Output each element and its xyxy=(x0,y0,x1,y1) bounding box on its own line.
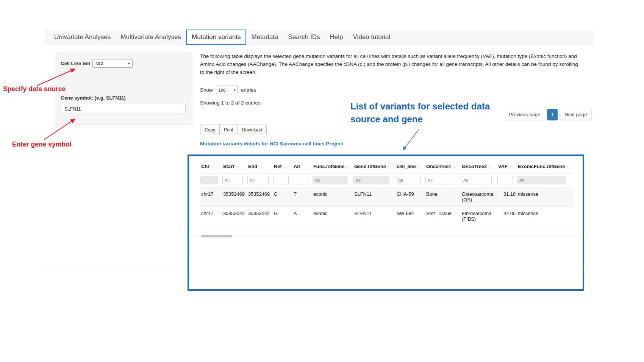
column-header-ref[interactable]: Ref xyxy=(273,161,293,173)
cell-line-set-select[interactable]: NCI ▾ xyxy=(92,59,133,68)
previous-page-button[interactable]: Previous page xyxy=(504,109,545,120)
control-panel: Cell Line Set NCI ▾ Gene symbol: (e.g. S… xyxy=(55,53,193,125)
horizontal-scrollbar-thumb[interactable] xyxy=(201,235,232,237)
gene-symbol-label: Gene symbol: (e.g. SLFN11) xyxy=(61,95,126,101)
column-header-vaf[interactable]: VAF xyxy=(497,161,517,173)
chevron-down-icon: ▾ xyxy=(128,61,130,66)
column-label: ExonicFunc.refGene xyxy=(518,164,565,169)
column-label: Func.refGene xyxy=(313,164,345,169)
sort-icon xyxy=(236,164,239,169)
page-length-select[interactable]: 100 ▾ xyxy=(216,86,238,94)
filter-input-exonicfunc-refgene[interactable] xyxy=(517,176,566,184)
filter-input-oncotree2[interactable] xyxy=(461,176,492,184)
column-header-oncotree2[interactable]: OncoTree2 xyxy=(461,161,497,173)
column-label: End xyxy=(248,164,257,169)
show-entries-control: Show 100 ▾ entries xyxy=(200,86,256,94)
page: Univariate Analyses Multivariate Analyse… xyxy=(0,0,644,362)
nav-tab-search-ids[interactable]: Search IDs xyxy=(283,30,325,45)
cell-cell-line: SW 684 xyxy=(396,207,425,226)
filter-input-alt[interactable] xyxy=(293,176,308,184)
column-label: OncoTree2 xyxy=(462,164,487,169)
column-label: Chr xyxy=(201,164,209,169)
sort-icon xyxy=(259,164,262,169)
column-header-gene-refgene[interactable]: Gene.refGene xyxy=(353,161,396,173)
pagination: Previous page 1 Next page xyxy=(504,109,592,120)
print-button[interactable]: Print xyxy=(219,125,238,135)
nav-tab-metadata[interactable]: Metadata xyxy=(246,30,283,45)
column-header-end[interactable]: End xyxy=(247,161,273,173)
filter-input-gene-refgene[interactable] xyxy=(353,176,389,184)
filter-input-start[interactable] xyxy=(222,176,243,184)
cell-cell-line: CHA-59 xyxy=(396,187,425,207)
cell-exonicfunc: missense xyxy=(517,207,573,226)
annotation-enter-gene-symbol: Enter gene symbol xyxy=(12,140,72,148)
sort-icon xyxy=(509,164,513,169)
column-header-oncotree1[interactable]: OncoTree1 xyxy=(425,161,461,173)
nav-tab-help[interactable]: Help xyxy=(325,30,348,45)
filter-input-ref[interactable] xyxy=(273,176,289,184)
table-caption-link[interactable]: Mutation variants details for NCI Sarcom… xyxy=(200,141,343,147)
column-header-start[interactable]: Start xyxy=(222,161,247,173)
entries-label: entries xyxy=(241,87,256,93)
filter-input-chr[interactable] xyxy=(200,176,218,184)
cell-gene-refgene: SLFN11 xyxy=(353,187,396,207)
horizontal-scrollbar-track[interactable] xyxy=(190,234,582,238)
cell-start: 35353042 xyxy=(222,207,247,226)
copy-button[interactable]: Copy xyxy=(200,125,220,135)
nav-tab-univariate-analyses[interactable]: Univariate Analyses xyxy=(49,30,116,45)
table-row[interactable]: chr17 35352469 35352469 C T exonic SLFN1… xyxy=(200,187,573,207)
top-navbar: Univariate Analyses Multivariate Analyse… xyxy=(45,30,594,45)
cell-ref: G xyxy=(273,207,293,226)
next-page-button[interactable]: Next page xyxy=(560,109,592,120)
cell-oncotree1: Soft_Tissue xyxy=(425,207,461,226)
column-label: Ref xyxy=(274,164,282,169)
download-button[interactable]: Download xyxy=(238,125,267,135)
cell-oncotree2: Fibrosarcoma (FIBS) xyxy=(461,207,497,226)
column-header-exonicfunc-refgene[interactable]: ExonicFunc.refGene xyxy=(517,161,573,173)
table-row[interactable]: chr17 35353042 35353042 G A exonic SLFN1… xyxy=(200,207,573,226)
gene-symbol-input[interactable] xyxy=(61,104,186,114)
column-header-cell-line[interactable]: cell_line xyxy=(396,161,425,173)
sort-icon xyxy=(283,164,287,169)
cell-alt: T xyxy=(293,187,313,207)
filter-input-func-refgene[interactable] xyxy=(313,176,347,184)
sort-icon xyxy=(566,164,570,169)
variants-table: Chr Start End Ref Alt Func.refGene Gene.… xyxy=(200,161,573,226)
cell-oncotree1: Bone xyxy=(425,187,461,207)
filter-input-end[interactable] xyxy=(247,176,269,184)
nav-tab-mutation-variants[interactable]: Mutation variants xyxy=(186,30,246,45)
cell-func-refgene: exonic xyxy=(313,207,353,226)
cell-end: 35353042 xyxy=(247,207,273,226)
column-header-chr[interactable]: Chr xyxy=(200,161,222,173)
blue-arrow-to-table xyxy=(403,129,419,150)
sort-icon xyxy=(302,164,305,169)
cell-alt: A xyxy=(293,207,313,226)
annotation-list-of-variants: List of variants for selected data sourc… xyxy=(350,100,500,126)
tab-description: The following table displays the selecte… xyxy=(200,52,579,76)
cell-chr: chr17 xyxy=(200,187,222,207)
export-button-group: Copy Print Download xyxy=(200,125,267,135)
sort-icon xyxy=(488,164,492,169)
column-label: Alt xyxy=(294,164,300,169)
page-length-value: 100 xyxy=(219,88,225,92)
nav-tab-multivariate-analyses[interactable]: Multivariate Analyses xyxy=(116,30,186,45)
cell-line-set-value: NCI xyxy=(95,61,103,66)
chevron-down-icon: ▾ xyxy=(234,88,236,92)
cell-func-refgene: exonic xyxy=(313,187,353,207)
filter-input-oncotree1[interactable] xyxy=(425,176,455,184)
filter-input-cell-line[interactable] xyxy=(396,176,420,184)
column-label: Gene.refGene xyxy=(354,164,386,169)
filter-row xyxy=(200,173,573,187)
filter-input-vaf[interactable] xyxy=(497,176,513,184)
column-label: OncoTree1 xyxy=(426,164,451,169)
cell-ref: C xyxy=(273,187,293,207)
column-header-func-refgene[interactable]: Func.refGene xyxy=(313,161,353,173)
annotation-specify-data-source: Specify data source xyxy=(3,85,66,93)
nav-tab-video-tutorial[interactable]: Video tutorial xyxy=(348,30,395,45)
column-header-alt[interactable]: Alt xyxy=(293,161,313,173)
sort-icon xyxy=(388,164,391,169)
sort-icon xyxy=(417,164,421,169)
current-page-button[interactable]: 1 xyxy=(547,109,558,120)
cell-oncotree2: Osteosarcoma (OS) xyxy=(461,187,497,207)
cell-end: 35352469 xyxy=(247,187,273,207)
